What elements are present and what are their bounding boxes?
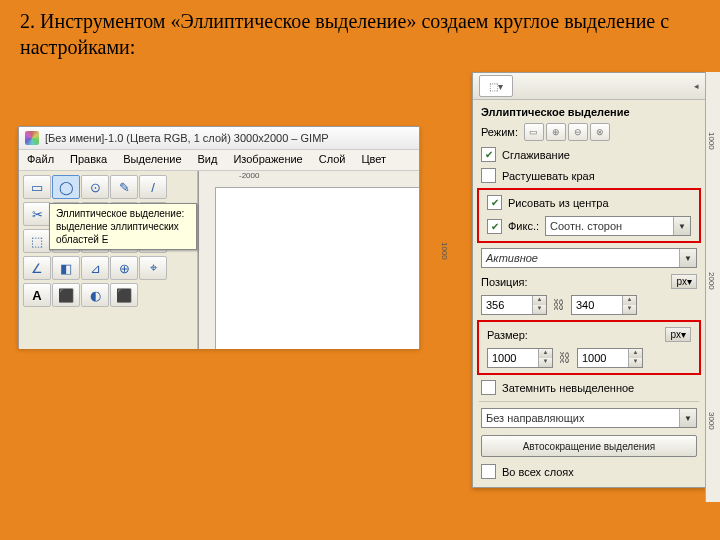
all-layers-checkbox[interactable]	[481, 464, 496, 479]
toolbox: ▭ ◯ ⊙ ✎ / ✂ ⌖ ↔ ⟲ ⤡ ⬚ ⇱ ⇲ ⌂ ▭ ∠ ◧ ⊿ ⊕ ⌖	[19, 171, 198, 349]
antialias-label: Сглаживание	[502, 149, 570, 161]
pos-y-input[interactable]: 340 ▲▼	[571, 295, 637, 315]
tool-scale[interactable]: ∠	[23, 256, 51, 280]
menubar: Файл Правка Выделение Вид Изображение Сл…	[19, 150, 419, 171]
feather-label: Растушевать края	[502, 170, 595, 182]
darken-label: Затемнить невыделенное	[502, 382, 634, 394]
menu-color[interactable]: Цвет	[353, 150, 394, 170]
tool-rect-select[interactable]: ▭	[23, 175, 51, 199]
size-h-input[interactable]: 1000 ▲▼	[577, 348, 643, 368]
tooltip: Эллиптическое выделение: выделение эллип…	[49, 203, 197, 250]
highlight-size: Размер: px▾ 1000 ▲▼ ⛓ 1000 ▲▼	[477, 320, 701, 375]
highlight-center-fixed: ✔ Рисовать из центра ✔ Фикс.: Соотн. сто…	[477, 188, 701, 243]
tool-gradient[interactable]: ◐	[81, 283, 109, 307]
menu-file[interactable]: Файл	[19, 150, 62, 170]
dropdown-caret-icon[interactable]: ▼	[679, 409, 696, 427]
spin-down-icon[interactable]: ▼	[538, 358, 552, 367]
tool-flip[interactable]: ⊕	[110, 256, 138, 280]
guides-dropdown[interactable]: Без направляющих ▼	[481, 408, 697, 428]
right-ruler: 1000 2000 3000	[705, 72, 720, 502]
dropdown-caret-icon[interactable]: ▼	[673, 217, 690, 235]
tool-cage[interactable]: ⌖	[139, 256, 167, 280]
antialias-checkbox[interactable]: ✔	[481, 147, 496, 162]
size-label: Размер:	[487, 329, 528, 341]
spin-up-icon[interactable]: ▲	[532, 296, 546, 305]
gimp-main-window: [Без имени]-1.0 (Цвета RGB, 1 слой) 3000…	[18, 126, 420, 348]
menu-layer[interactable]: Слой	[311, 150, 354, 170]
active-dropdown[interactable]: Активное ▼	[481, 248, 697, 268]
tool-bucket[interactable]: ⬛	[52, 283, 80, 307]
titlebar: [Без имени]-1.0 (Цвета RGB, 1 слой) 3000…	[19, 127, 419, 150]
mode-label: Режим:	[481, 126, 518, 138]
tooltip-title: Эллиптическое выделение:	[56, 207, 190, 220]
tool-free-select[interactable]: ⊙	[81, 175, 109, 199]
size-h-value: 1000	[582, 352, 606, 364]
tab-menu-caret-icon[interactable]: ◂	[694, 81, 699, 91]
gimp-icon	[25, 131, 39, 145]
spin-up-icon[interactable]: ▲	[622, 296, 636, 305]
options-title: Эллиптическое выделение	[473, 100, 705, 120]
from-center-checkbox[interactable]: ✔	[487, 195, 502, 210]
from-center-label: Рисовать из центра	[508, 197, 609, 209]
link-icon[interactable]: ⛓	[559, 351, 571, 365]
link-icon[interactable]: ⛓	[553, 298, 565, 312]
all-layers-label: Во всех слоях	[502, 466, 574, 478]
spin-down-icon[interactable]: ▼	[622, 305, 636, 314]
options-tabrow: ⬚▾ ◂	[473, 73, 705, 100]
tab-tool-options-icon[interactable]: ⬚▾	[479, 75, 513, 97]
tool-fuzzy-select[interactable]: ✎	[110, 175, 138, 199]
mode-replace-icon[interactable]: ▭	[524, 123, 544, 141]
fixed-dropdown[interactable]: Соотн. сторон ▼	[545, 216, 691, 236]
tool-scissors[interactable]: ✂	[23, 202, 51, 226]
canvas-area[interactable]: -2000 1000	[198, 171, 419, 349]
tool-color-select[interactable]: /	[139, 175, 167, 199]
ruler-side-label: 1000	[440, 242, 449, 260]
size-w-input[interactable]: 1000 ▲▼	[487, 348, 553, 368]
size-unit[interactable]: px▾	[665, 327, 691, 342]
mode-add-icon[interactable]: ⊕	[546, 123, 566, 141]
ruler-left	[199, 187, 216, 349]
mode-subtract-icon[interactable]: ⊖	[568, 123, 588, 141]
mode-intersect-icon[interactable]: ⊗	[590, 123, 610, 141]
tool-ellipse-select[interactable]: ◯	[52, 175, 80, 199]
dropdown-caret-icon[interactable]: ▼	[679, 249, 696, 267]
spin-down-icon[interactable]: ▼	[628, 358, 642, 367]
tooltip-body: выделение эллиптических областей E	[56, 220, 190, 246]
pos-x-value: 356	[486, 299, 504, 311]
tool-measure[interactable]: ⬚	[23, 229, 51, 253]
pos-x-input[interactable]: 356 ▲▼	[481, 295, 547, 315]
position-label: Позиция:	[481, 276, 528, 288]
feather-checkbox[interactable]	[481, 168, 496, 183]
spin-up-icon[interactable]: ▲	[538, 349, 552, 358]
tool-pencil[interactable]: ⬛	[110, 283, 138, 307]
menu-image[interactable]: Изображение	[225, 150, 310, 170]
fixed-checkbox[interactable]: ✔	[487, 219, 502, 234]
guides-value: Без направляющих	[486, 412, 585, 424]
menu-view[interactable]: Вид	[190, 150, 226, 170]
fixed-label: Фикс.:	[508, 220, 539, 232]
menu-edit[interactable]: Правка	[62, 150, 115, 170]
spin-up-icon[interactable]: ▲	[628, 349, 642, 358]
tool-shear[interactable]: ◧	[52, 256, 80, 280]
window-title: [Без имени]-1.0 (Цвета RGB, 1 слой) 3000…	[45, 132, 329, 144]
ruler-mark: 3000	[707, 412, 716, 430]
darken-checkbox[interactable]	[481, 380, 496, 395]
autoshrink-button[interactable]: Автосокращение выделения	[481, 435, 697, 457]
ruler-mark: 1000	[707, 132, 716, 150]
ruler-mark: 2000	[707, 272, 716, 290]
spin-down-icon[interactable]: ▼	[532, 305, 546, 314]
menu-select[interactable]: Выделение	[115, 150, 189, 170]
tool-perspective[interactable]: ⊿	[81, 256, 109, 280]
tool-text[interactable]: A	[23, 283, 51, 307]
active-value: Активное	[486, 252, 538, 264]
pos-y-value: 340	[576, 299, 594, 311]
tool-options-panel: ⬚▾ ◂ Эллиптическое выделение Режим: ▭ ⊕ …	[472, 72, 706, 488]
position-unit[interactable]: px▾	[671, 274, 697, 289]
fixed-value: Соотн. сторон	[550, 220, 622, 232]
ruler-top: -2000	[199, 171, 419, 188]
size-w-value: 1000	[492, 352, 516, 364]
instruction-text: 2. Инструментом «Эллиптическое выделение…	[20, 8, 700, 60]
mode-row: Режим: ▭ ⊕ ⊖ ⊗	[473, 120, 705, 144]
